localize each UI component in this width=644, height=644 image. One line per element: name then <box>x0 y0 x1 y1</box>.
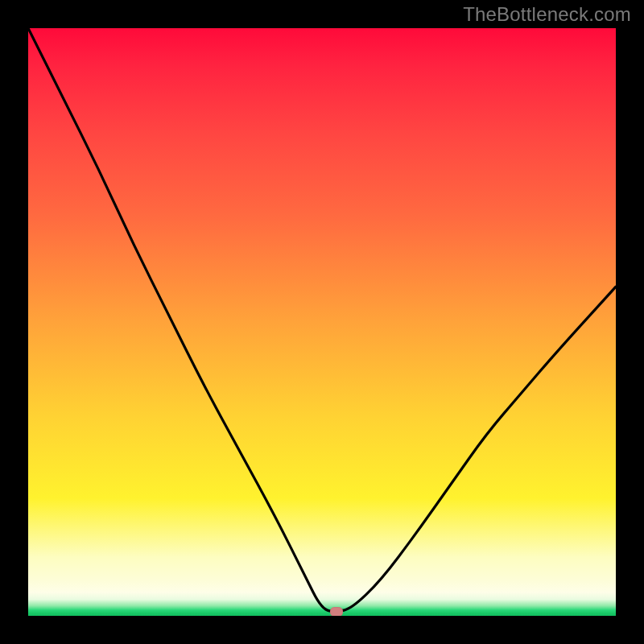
plot-area <box>28 28 616 616</box>
min-marker <box>330 607 343 616</box>
chart-frame: TheBottleneck.com <box>0 0 644 644</box>
watermark-text: TheBottleneck.com <box>463 3 631 26</box>
curve-svg <box>28 28 616 616</box>
bottleneck-curve <box>28 28 616 611</box>
